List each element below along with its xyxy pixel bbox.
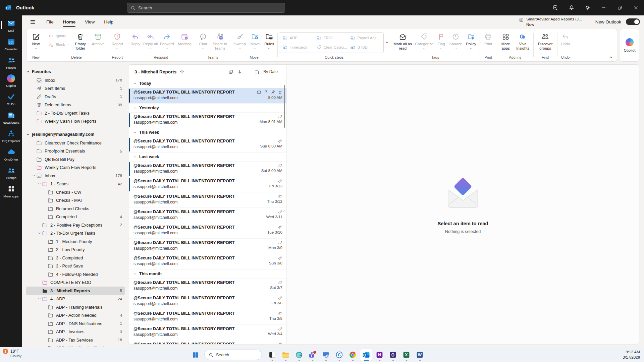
more-apps-button[interactable]: More apps — [498, 30, 514, 50]
minimize-button[interactable] — [596, 0, 612, 15]
quick-step-adp[interactable]: ADP — [280, 35, 314, 41]
sort-direction-icon[interactable] — [237, 69, 242, 74]
sort-by-button[interactable]: By Date — [263, 69, 278, 74]
rail-item-groups[interactable]: Groups — [1, 164, 21, 182]
rail-item-calendar[interactable]: Calendar — [1, 35, 21, 54]
reply-all-button[interactable]: Reply all — [143, 30, 158, 50]
feedback-button[interactable] — [547, 0, 564, 15]
settings-button[interactable] — [580, 0, 596, 15]
email-row[interactable]: @Secure DAILY TOTAL BILL INVENTORY REPOR… — [128, 207, 286, 223]
categorize-button[interactable]: Categorize — [414, 30, 435, 50]
quick-step-froi[interactable]: FROI — [314, 35, 348, 41]
delete-icon[interactable] — [278, 90, 282, 95]
viva-insights-button[interactable]: Viva Insights — [514, 30, 532, 50]
rules-button[interactable]: Rules — [262, 30, 276, 50]
email-group-header[interactable]: Last week — [128, 152, 286, 161]
forward-button[interactable]: Forward — [158, 30, 176, 50]
folder-row[interactable]: 4 - Follow-Up Needed — [26, 270, 125, 279]
rail-item-org-explorer[interactable]: Org Explorer — [1, 127, 21, 145]
capp-taskbar-button[interactable]: C — [333, 349, 345, 361]
menu-view[interactable]: View — [80, 17, 99, 26]
email-row[interactable]: @Secure DAILY TOTAL BILL INVENTORY REPOR… — [128, 294, 286, 309]
list-scrollbar[interactable] — [283, 79, 286, 343]
mark-all-as-read-button[interactable]: Mark all as read — [392, 30, 414, 50]
chat-button[interactable]: Chat — [196, 30, 210, 50]
quick-step-btsd[interactable]: BTSD — [348, 45, 382, 50]
folder-row[interactable]: ADP - Invoices3 — [26, 328, 125, 336]
edge-taskbar-button[interactable] — [293, 349, 305, 361]
share-to-teams-button[interactable]: Share to Teams — [210, 30, 230, 50]
email-row[interactable]: @Secure DAILY TOTAL BILL INVENTORY REPOR… — [128, 192, 286, 207]
folder-row[interactable]: 2 - Low Priority — [26, 246, 125, 254]
undo-button[interactable]: Undo — [558, 30, 573, 46]
email-row[interactable]: @Secure DAILY TOTAL BILL INVENTORY REPOR… — [128, 137, 286, 152]
block-button[interactable]: Block — [48, 42, 70, 47]
rail-item-onedrive[interactable]: OneDrive — [1, 145, 21, 164]
favorite-star-icon[interactable] — [179, 69, 184, 74]
email-row[interactable]: @Secure DAILY TOTAL BILL INVENTORY REPOR… — [128, 278, 286, 294]
discover-groups-button[interactable]: Discover groups — [535, 30, 556, 50]
new-button[interactable]: New — [28, 30, 44, 50]
ignore-button[interactable]: Ignore — [48, 33, 70, 39]
email-row[interactable]: @Secure DAILY TOTAL BILL INVENTORY REPOR… — [128, 309, 286, 324]
snooze-button[interactable]: Snooze — [448, 30, 464, 50]
folder-row[interactable]: ADP - Training Materials — [26, 303, 125, 311]
excel-taskbar-button[interactable]: X — [400, 349, 412, 361]
taskbar-search-input[interactable]: Search — [204, 350, 262, 360]
rail-item-people[interactable]: People — [1, 54, 21, 72]
folder-row[interactable]: COMPLETE BY EOD — [26, 279, 125, 287]
qapp-taskbar-button[interactable]: Q — [387, 349, 399, 361]
menu-file[interactable]: File — [42, 17, 58, 26]
reply-button[interactable]: Reply — [128, 30, 143, 46]
folder-row[interactable]: Clearcover Check Remittance — [26, 139, 125, 147]
explorer-taskbar-button[interactable] — [280, 349, 291, 361]
folder-row[interactable]: Checks - MAI — [26, 196, 125, 205]
email-row[interactable]: @Secure DAILY TOTAL BILL INVENTORY REPOR… — [128, 324, 286, 340]
account-section-header[interactable]: jesslinger@manageability.com — [26, 130, 125, 139]
email-row[interactable]: @Secure DAILY TOTAL BILL INVENTORY REPOR… — [128, 238, 286, 254]
email-row[interactable]: @Secure DAILY TOTAL BILL INVENTORY REPOR… — [128, 254, 286, 269]
empty-folder-button[interactable]: Empty folder — [71, 30, 90, 50]
word-taskbar-button[interactable]: W — [414, 349, 426, 361]
teams-taskbar-button[interactable] — [307, 349, 318, 361]
folder-row[interactable]: 1 - Medium Priority — [26, 237, 125, 246]
taskbar-clock[interactable]: 9:12 AM 3/17/2026 — [623, 349, 640, 360]
folder-row[interactable]: Inbox178 — [26, 76, 125, 84]
move-button[interactable]: Move — [248, 30, 262, 50]
folder-row[interactable]: 2 - Positive Pay Exceptions2 — [26, 221, 125, 229]
flag-icon[interactable] — [264, 90, 268, 95]
folder-row[interactable]: Deleted Items39 — [26, 101, 125, 109]
folder-row[interactable]: Inbox178 — [26, 172, 125, 180]
sort-icon[interactable] — [255, 69, 260, 74]
folder-row[interactable]: 2 - To-Do/ Urgent Tasks — [26, 109, 125, 117]
folder-row[interactable]: 1 - Scans42 — [26, 180, 125, 188]
email-group-header[interactable]: This week — [128, 128, 286, 137]
email-row[interactable]: @Secure DAILY TOTAL BILL INVENTORY REPOR… — [128, 340, 286, 344]
flag-button[interactable]: Flag — [435, 30, 448, 50]
copilot-button[interactable]: Copilot — [620, 29, 639, 62]
folder-row[interactable]: ADP - DNS Notifications1 — [26, 319, 125, 328]
folder-row[interactable]: 2 - To-Do/ Urgent Tasks — [26, 229, 125, 238]
email-row[interactable]: @Secure DAILY TOTAL BILL INVENTORY REPOR… — [128, 161, 286, 177]
email-row[interactable]: @Secure DAILY TOTAL BILL INVENTORY REPOR… — [128, 177, 286, 192]
notification-toast[interactable]: SmartAdvisor Aged Reports (J... Now — [519, 16, 582, 27]
report-button[interactable]: Report — [109, 30, 126, 50]
folder-row[interactable]: Proofpoint Essentials5 — [26, 147, 125, 156]
archive-button[interactable]: Archive — [90, 30, 107, 46]
print-button[interactable]: Print — [481, 30, 496, 46]
folder-row[interactable]: 3 - Completed — [26, 254, 125, 262]
folder-row[interactable]: 3 - Post/ Save — [26, 262, 125, 270]
folder-row[interactable]: 3 - Mitchell Reports5 — [26, 287, 125, 295]
folder-row[interactable]: Completed4 — [26, 213, 125, 221]
rail-item-more-apps[interactable]: More apps — [1, 182, 21, 201]
scrollbar-thumb[interactable] — [284, 85, 285, 128]
meeting-button[interactable]: Meeting — [176, 30, 194, 46]
widgets-taskbar-button[interactable] — [266, 349, 278, 361]
folder-row[interactable]: ADP - Tax Services18 — [26, 336, 125, 344]
onenote-taskbar-button[interactable]: N — [374, 349, 385, 361]
policy-button[interactable]: Policy — [464, 30, 479, 50]
folder-row[interactable]: Checks - CW — [26, 188, 125, 196]
close-button[interactable] — [628, 0, 644, 15]
folder-row[interactable]: Drafts1 — [26, 93, 125, 101]
sweep-button[interactable]: Sweep — [232, 30, 248, 50]
